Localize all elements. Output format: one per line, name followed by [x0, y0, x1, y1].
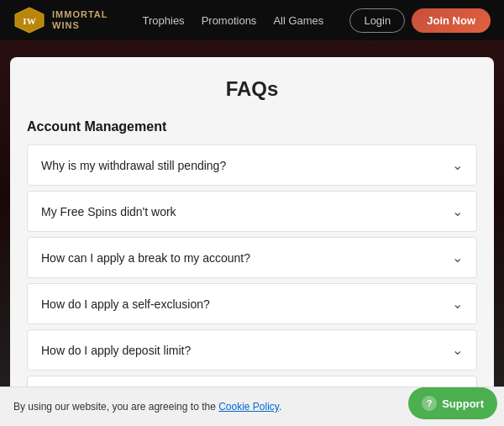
chevron-down-icon: ⌄ [452, 157, 463, 173]
faq-item-2[interactable]: How can I apply a break to my account? ⌄ [27, 237, 477, 278]
join-now-button[interactable]: Join Now [412, 8, 491, 33]
faq-container: FAQs Account Management Why is my withdr… [10, 57, 494, 426]
faq-item-1[interactable]: My Free Spins didn't work ⌄ [27, 191, 477, 232]
faq-item-label-2: How can I apply a break to my account? [41, 251, 250, 265]
header: IW IMMORTAL WINS Trophies Promotions All… [0, 0, 504, 40]
faq-item-label-1: My Free Spins didn't work [41, 205, 176, 218]
header-right: Login Join Now [349, 8, 491, 33]
nav-all-games[interactable]: All Games [273, 14, 323, 27]
chevron-down-icon: ⌄ [452, 250, 463, 266]
chevron-down-icon: ⌄ [452, 203, 463, 219]
faq-item-label-3: How do I apply a self-exclusion? [41, 297, 210, 311]
faq-item-label-4: How do I apply deposit limit? [41, 344, 191, 357]
logo-text: IMMORTAL WINS [52, 9, 108, 31]
nav-trophies[interactable]: Trophies [143, 14, 185, 27]
logo-area: IW IMMORTAL WINS [13, 6, 108, 34]
support-label: Support [442, 397, 484, 410]
login-button[interactable]: Login [349, 8, 405, 33]
cookie-text: By using our website, you are agreeing t… [13, 401, 281, 413]
nav-links: Trophies Promotions All Games [143, 14, 324, 27]
faq-item-4[interactable]: How do I apply deposit limit? ⌄ [27, 329, 477, 371]
svg-text:IW: IW [23, 16, 35, 26]
section-title: Account Management [27, 119, 477, 134]
support-button[interactable]: ? Support [408, 387, 497, 419]
faq-item-0[interactable]: Why is my withdrawal still pending? ⌄ [27, 145, 477, 186]
chevron-down-icon: ⌄ [452, 296, 463, 312]
nav-promotions[interactable]: Promotions [202, 14, 257, 27]
cookie-policy-link[interactable]: Cookie Policy [218, 401, 279, 413]
faq-item-3[interactable]: How do I apply a self-exclusion? ⌄ [27, 283, 477, 324]
content-wrapper: FAQs Account Management Why is my withdr… [0, 40, 504, 426]
chevron-down-icon: ⌄ [452, 342, 463, 358]
faq-item-label-0: Why is my withdrawal still pending? [41, 159, 226, 172]
support-icon: ? [422, 396, 437, 411]
page-title: FAQs [27, 77, 477, 101]
logo-icon: IW [13, 6, 45, 34]
